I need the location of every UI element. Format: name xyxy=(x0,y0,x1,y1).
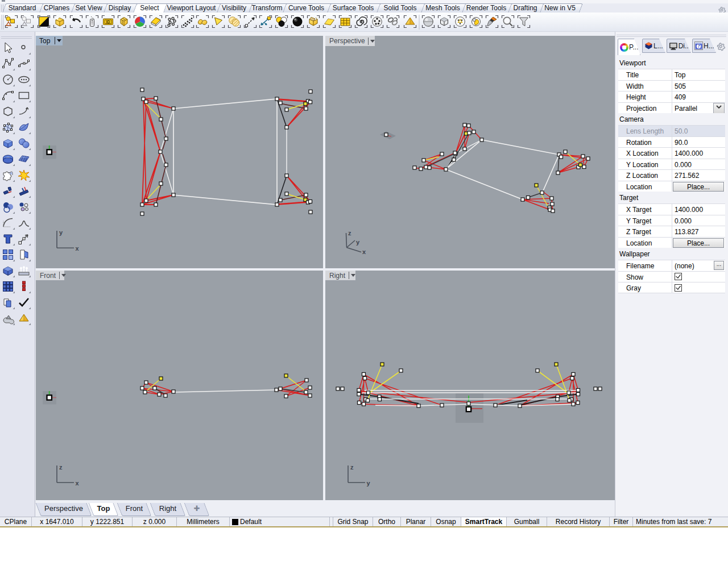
svg-text:x: x xyxy=(362,248,366,255)
svg-text:x: x xyxy=(76,245,80,252)
svg-text:ID: ID xyxy=(106,20,110,24)
svg-text:y: y xyxy=(59,229,63,236)
svg-text:z: z xyxy=(350,464,354,471)
svg-text:z: z xyxy=(59,464,63,471)
svg-text:z: z xyxy=(348,230,351,236)
svg-text:?: ? xyxy=(697,43,700,49)
svg-text:y: y xyxy=(367,480,371,487)
svg-text:x: x xyxy=(76,480,80,487)
svg-text:y: y xyxy=(356,239,360,246)
